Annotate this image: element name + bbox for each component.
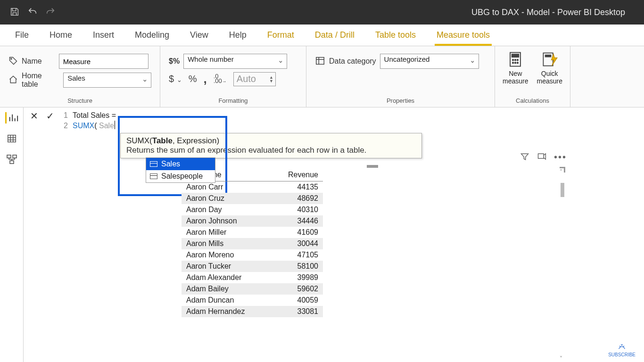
table-row[interactable]: Aaron Tucker58100 [182, 261, 323, 272]
table-icon [150, 173, 157, 179]
svg-rect-12 [8, 135, 16, 142]
model-view-icon[interactable] [5, 154, 18, 165]
name-label: Name [22, 57, 42, 66]
text-cursor [115, 121, 115, 129]
group-label-properties: Properties [315, 95, 486, 104]
svg-rect-16 [538, 154, 544, 158]
format-select[interactable]: Whole number [183, 54, 287, 69]
home-table-select[interactable]: Sales [63, 73, 151, 88]
redo-icon[interactable] [45, 7, 56, 18]
canvas: ✕ ✓ 1Total Sales = 2SUMX( Sale SUMX(Tabl… [24, 107, 644, 362]
table-visual[interactable]: ••• mer Name Revenue Aaron Carr44135Aaro… [182, 169, 563, 362]
svg-rect-3 [512, 54, 519, 57]
table-row[interactable]: Aaron Mills30044 [182, 238, 323, 249]
home-icon [8, 75, 18, 86]
table-row[interactable]: Aaron Cruz48692 [182, 193, 323, 204]
svg-rect-15 [10, 161, 14, 164]
subscribe-watermark: SUBSCRIBE [608, 344, 636, 357]
tab-insert[interactable]: Insert [83, 25, 124, 45]
ribbon-group-structure: Name Home table Sales Structure [0, 46, 160, 107]
formula-commit-button[interactable]: ✓ [44, 110, 56, 122]
view-rail [0, 107, 24, 362]
tab-table-tools[interactable]: Table tools [365, 25, 426, 45]
ribbon-group-calculations: New measure Quick measure Calculations [495, 46, 570, 107]
calculator-icon [507, 51, 524, 68]
ribbon-tabs: File Home Insert Modeling View Help Form… [0, 25, 644, 46]
ribbon-group-formatting: $% Whole number $ ⌄ % , .0.00→ Auto ▲▼ F… [160, 46, 306, 107]
decimals-button[interactable]: .0.00→ [214, 74, 227, 84]
calculator-lightning-icon [541, 51, 558, 68]
table-row[interactable]: Aaron Day40310 [182, 204, 323, 215]
table-row[interactable]: Aaron Johnson34446 [182, 215, 323, 227]
tab-file[interactable]: File [5, 25, 39, 45]
svg-rect-13 [7, 155, 11, 158]
svg-point-8 [515, 62, 516, 63]
data-view-icon[interactable] [5, 133, 18, 144]
svg-rect-1 [316, 57, 324, 64]
suggest-option-sales[interactable]: Sales [146, 158, 215, 170]
quick-measure-button[interactable]: Quick measure [537, 51, 562, 95]
group-label-structure: Structure [8, 95, 151, 104]
tab-view[interactable]: View [180, 25, 219, 45]
col-revenue[interactable]: Revenue [271, 169, 323, 181]
tab-help[interactable]: Help [219, 25, 257, 45]
suggest-option-salespeople[interactable]: Salespeople [146, 170, 215, 182]
svg-point-5 [515, 59, 516, 60]
svg-rect-14 [13, 155, 17, 158]
save-icon[interactable] [9, 7, 20, 18]
data-category-label: Data category [329, 57, 376, 66]
new-measure-button[interactable]: New measure [503, 51, 528, 95]
titlebar: UBG to DAX - Model - Power BI Desktop [0, 0, 644, 25]
table-row[interactable]: Adam Hernandez33081 [182, 306, 323, 317]
report-view-icon[interactable] [5, 112, 18, 123]
svg-point-4 [512, 59, 513, 60]
svg-rect-11 [545, 55, 552, 58]
intellisense-suggest[interactable]: Sales Salespeople [146, 157, 215, 183]
table-row[interactable]: Adam Duncan40059 [182, 295, 323, 306]
thousands-button[interactable]: , [203, 72, 206, 86]
category-icon [315, 56, 325, 67]
focus-mode-icon[interactable] [537, 152, 546, 161]
svg-point-6 [517, 59, 518, 60]
ribbon-group-properties: Data category Uncategorized Properties [306, 46, 495, 107]
table-row[interactable]: Aaron Carr44135 [182, 181, 323, 193]
table-row[interactable]: Adam Bailey59602 [182, 283, 323, 295]
tab-modeling[interactable]: Modeling [124, 25, 180, 45]
tab-home[interactable]: Home [39, 25, 83, 45]
data-table: mer Name Revenue Aaron Carr44135Aaron Cr… [182, 169, 323, 317]
format-icon: $% [169, 57, 180, 66]
formula-bar: ✕ ✓ 1Total Sales = 2SUMX( Sale [24, 107, 644, 134]
group-label-calculations: Calculations [504, 95, 561, 104]
measure-name-input[interactable] [59, 54, 149, 69]
tag-icon [8, 56, 18, 67]
undo-icon[interactable] [27, 7, 38, 18]
dax-editor[interactable]: 1Total Sales = 2SUMX( Sale [60, 110, 116, 131]
filter-icon[interactable] [520, 152, 529, 161]
percent-button[interactable]: % [189, 74, 197, 84]
more-options-icon[interactable]: ••• [554, 152, 563, 161]
svg-point-7 [512, 62, 513, 63]
table-icon [150, 161, 157, 167]
visual-scrollbar[interactable]: ˄ ˅ [559, 169, 566, 362]
window-title: UBG to DAX - Model - Power BI Desktop [471, 8, 625, 17]
tab-data-drill[interactable]: Data / Drill [305, 25, 365, 45]
ribbon: Name Home table Sales Structure $% Whole… [0, 46, 644, 107]
svg-point-0 [11, 58, 12, 59]
table-row[interactable]: Aaron Miller41609 [182, 227, 323, 238]
table-row[interactable]: Adam Alexander39989 [182, 272, 323, 283]
table-row[interactable]: Aaron Moreno47105 [182, 249, 323, 261]
currency-button[interactable]: $ ⌄ [169, 74, 182, 84]
group-label-formatting: Formatting [169, 95, 297, 104]
svg-point-9 [517, 62, 518, 63]
decimal-places-input[interactable]: Auto ▲▼ [233, 72, 276, 86]
tab-measure-tools[interactable]: Measure tools [426, 25, 500, 45]
data-category-select[interactable]: Uncategorized [380, 54, 479, 69]
scrollbar-thumb[interactable] [561, 183, 564, 197]
formula-cancel-button[interactable]: ✕ [28, 110, 40, 122]
intellisense-tooltip: SUMX(Table, Expression) Returns the sum … [120, 133, 422, 158]
home-table-label: Home table [22, 72, 59, 89]
tab-format[interactable]: Format [257, 25, 305, 45]
resize-handle-top[interactable] [367, 165, 378, 168]
